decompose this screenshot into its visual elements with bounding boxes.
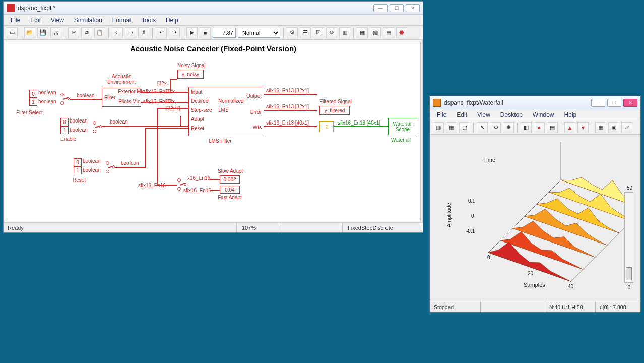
filter-select-switch[interactable] [60, 92, 70, 106]
eraser-icon[interactable]: ◧ [521, 122, 532, 133]
stop-button[interactable]: ■ [200, 27, 211, 38]
model-canvas[interactable]: Acoustic Noise Canceler (Fixed-Point Ver… [6, 42, 421, 221]
reset-switch[interactable] [106, 160, 115, 174]
library-browser-button[interactable]: ▥ [339, 27, 350, 38]
fig-tool-b[interactable]: ▦ [446, 122, 457, 133]
maximize-button[interactable]: ☐ [390, 4, 404, 12]
model-advisor-button[interactable]: ☑ [313, 27, 324, 38]
noisy-signal-label: Noisy Signal [177, 63, 206, 68]
waterfall-scope-block[interactable]: Waterfall Scope [388, 118, 417, 135]
print-button[interactable]: 🖨 [50, 27, 61, 38]
debug-button[interactable]: ⬣ [396, 27, 407, 38]
menu-edit[interactable]: Edit [25, 16, 46, 25]
build-button[interactable]: ⚙ [287, 27, 298, 38]
waterfall-axes[interactable]: Time Amplitude Samples 0.1 0 -0.1 0 20 4… [433, 137, 637, 300]
redo-button[interactable]: ↷ [169, 27, 180, 38]
undo-button[interactable]: ↶ [156, 27, 167, 38]
refresh-button[interactable]: ⟳ [326, 27, 337, 38]
menu-help[interactable]: Help [161, 16, 183, 25]
close-button[interactable]: ✕ [623, 99, 637, 107]
pointer-icon[interactable]: ↖ [477, 122, 488, 133]
menu-file[interactable]: File [6, 16, 25, 25]
wire [145, 128, 188, 129]
sim-mode-select[interactable]: Normal [238, 28, 280, 38]
port-exterior-mic: Exterior Mic [118, 89, 140, 94]
reset-label: Reset [73, 177, 86, 183]
record-icon[interactable]: ● [534, 122, 545, 133]
menu-help[interactable]: Help [559, 110, 582, 119]
slow-adapt-const[interactable]: 0.002 [220, 175, 240, 184]
wire [145, 128, 146, 168]
toggle-button-c[interactable]: ▤ [383, 27, 394, 38]
menu-file[interactable]: File [432, 110, 452, 119]
orbit-icon[interactable]: ✺ [503, 122, 514, 133]
waterfall-plot [448, 142, 629, 298]
lms-filter-block[interactable]: Input Desired Step-size Adapt Reset Norm… [188, 87, 264, 136]
y-noisy-block[interactable]: y_noisy [177, 70, 204, 79]
slow-adapt-label: Slow Adapt [218, 168, 243, 174]
fig-tool-a[interactable]: ▥ [433, 122, 444, 133]
colormap-icon[interactable]: ▤ [547, 122, 558, 133]
stop-time-field[interactable] [213, 28, 236, 38]
signal-type-boolean: boolean [77, 93, 95, 98]
filter-select-constant[interactable]: 01 [29, 90, 37, 106]
run-button[interactable]: ▶ [186, 27, 198, 38]
axes-icon[interactable]: ▣ [608, 122, 619, 133]
acoustic-env-label: Acoustic Environment [102, 74, 141, 85]
slider-top-label: 50 [627, 185, 632, 191]
new-model-button[interactable]: ▭ [7, 27, 18, 38]
forward-button[interactable]: ⇒ [125, 27, 136, 38]
toggle-button-b[interactable]: ▧ [370, 27, 381, 38]
enable-switch[interactable] [93, 120, 102, 134]
signal-dim: [32x [157, 81, 167, 86]
open-button[interactable]: 📂 [24, 27, 35, 38]
wire [70, 99, 102, 100]
fit-icon[interactable]: ⤢ [621, 122, 632, 133]
back-button[interactable]: ⇐ [112, 27, 123, 38]
minimize-button[interactable]: — [591, 99, 605, 107]
close-button[interactable]: ✕ [406, 4, 420, 12]
import-icon[interactable]: ▼ [577, 122, 589, 133]
simulink-titlebar[interactable]: dspanc_fixpt * — ☐ ✕ [4, 2, 423, 15]
menu-edit[interactable]: Edit [452, 110, 472, 119]
simulink-toolbar: ▭ 📂 💾 🖨 ✂ ⧉ 📋 ⇐ ⇒ ⇧ ↶ ↷ ▶ ■ Normal ⚙ ☰ ☑… [4, 26, 423, 40]
waterfall-titlebar[interactable]: dspanc_fixpt/Waterfall — ☐ ✕ [430, 96, 640, 109]
model-explorer-button[interactable]: ☰ [300, 27, 311, 38]
menu-format[interactable]: Format [107, 16, 137, 25]
history-slider[interactable] [624, 192, 633, 283]
menu-view[interactable]: View [472, 110, 495, 119]
slider-bottom-label: 0 [627, 285, 630, 290]
history-slider-thumb[interactable] [626, 267, 632, 280]
menu-window[interactable]: Window [528, 110, 559, 119]
lms-filter-label: LMS Filter [209, 138, 232, 144]
waterfall-window: dspanc_fixpt/Waterfall — ☐ ✕ File Edit V… [429, 96, 641, 313]
status-solver: FixedStepDiscrete [342, 223, 423, 232]
wire [264, 126, 317, 127]
save-button[interactable]: 💾 [37, 27, 48, 38]
fig-tool-c[interactable]: ▧ [459, 122, 470, 133]
menu-simulation[interactable]: Simulation [69, 16, 107, 25]
waterfall-toolbar: ▥ ▦ ▧ ↖ ⟲ ✺ ◧ ● ▤ ▲ ▼ ▦ ▣ ⤢ [430, 120, 640, 135]
grid-icon[interactable]: ▦ [595, 122, 606, 133]
matlab-icon [433, 99, 441, 107]
menu-tools[interactable]: Tools [137, 16, 161, 25]
frame-convert-block[interactable]: ↧ [319, 121, 334, 132]
wire [141, 102, 188, 103]
menu-desktop[interactable]: Desktop [495, 110, 528, 119]
menu-view[interactable]: View [46, 16, 69, 25]
enable-constant[interactable]: 01 [60, 118, 69, 134]
minimize-button[interactable]: — [373, 4, 388, 12]
reset-constant[interactable]: 01 [74, 158, 82, 174]
adapt-switch[interactable] [177, 177, 186, 192]
cut-button[interactable]: ✂ [68, 27, 79, 38]
signal-type-boolean: boolean [83, 158, 101, 164]
toggle-button-a[interactable]: ▦ [357, 27, 368, 38]
paste-button[interactable]: 📋 [94, 27, 105, 38]
rotate3d-icon[interactable]: ⟲ [490, 122, 501, 133]
copy-button[interactable]: ⧉ [81, 27, 92, 38]
maximize-button[interactable]: ☐ [607, 99, 621, 107]
up-button[interactable]: ⇧ [138, 27, 149, 38]
fast-adapt-const[interactable]: 0.04 [220, 186, 240, 194]
y-filtered-block[interactable]: y_filtered [319, 106, 350, 115]
export-icon[interactable]: ▲ [564, 122, 575, 133]
